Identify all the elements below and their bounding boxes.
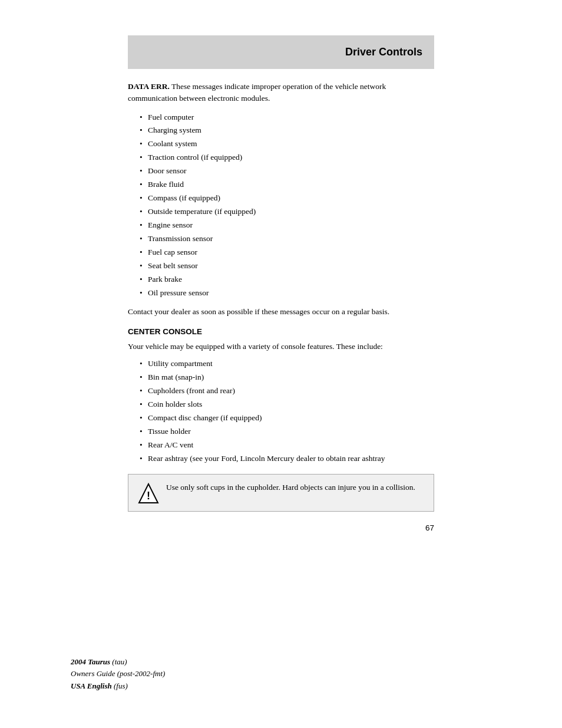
footer-language-code: (fus): [112, 681, 128, 690]
warning-box: ! Use only soft cups in the cupholder. H…: [128, 474, 434, 512]
footer-subtitle: (tau): [110, 657, 127, 666]
list-item: Transmission sensor: [140, 232, 434, 246]
list-item: Oil pressure sensor: [140, 286, 434, 300]
list-item: Coolant system: [140, 137, 434, 151]
contact-text: Contact your dealer as soon as possible …: [128, 306, 434, 318]
list-item: Fuel cap sensor: [140, 246, 434, 259]
svg-text:!: !: [147, 490, 150, 502]
page-number: 67: [128, 523, 434, 532]
list-item: Charging system: [140, 124, 434, 137]
list-item: Outside temperature (if equipped): [140, 205, 434, 219]
list-item: Compact disc changer (if equipped): [140, 411, 434, 425]
list-item: Compass (if equipped): [140, 192, 434, 205]
footer-line1: 2004 Taurus (tau): [71, 656, 165, 668]
header-box: Driver Controls: [128, 35, 434, 69]
footer-title: 2004 Taurus: [71, 657, 110, 666]
list-item: Door sensor: [140, 164, 434, 178]
data-err-label: DATA ERR.: [128, 82, 170, 91]
page-title: Driver Controls: [345, 46, 422, 58]
center-console-list: Utility compartment Bin mat (snap-in) Cu…: [140, 357, 434, 466]
data-err-list: Fuel computer Charging system Coolant sy…: [140, 111, 434, 300]
list-item: Traction control (if equipped): [140, 151, 434, 164]
list-item: Park brake: [140, 273, 434, 286]
list-item: Seat belt sensor: [140, 259, 434, 273]
page-container: Driver Controls DATA ERR. These messages…: [0, 0, 562, 728]
list-item: Bin mat (snap-in): [140, 371, 434, 384]
list-item: Rear A/C vent: [140, 439, 434, 452]
list-item: Tissue holder: [140, 425, 434, 439]
list-item: Coin holder slots: [140, 398, 434, 411]
list-item: Fuel computer: [140, 111, 434, 124]
footer-language: USA English: [71, 681, 112, 690]
content-area: Driver Controls DATA ERR. These messages…: [128, 35, 434, 532]
footer-line3: USA English (fus): [71, 680, 165, 693]
data-err-intro: DATA ERR. These messages indicate improp…: [128, 81, 434, 105]
list-item: Cupholders (front and rear): [140, 384, 434, 398]
warning-text: Use only soft cups in the cupholder. Har…: [166, 482, 415, 493]
list-item: Rear ashtray (see your Ford, Lincoln Mer…: [140, 452, 434, 466]
center-console-intro: Your vehicle may be equipped with a vari…: [128, 341, 434, 353]
center-console-heading: CENTER CONSOLE: [128, 327, 434, 336]
footer: 2004 Taurus (tau) Owners Guide (post-200…: [71, 656, 165, 693]
list-item: Brake fluid: [140, 178, 434, 192]
warning-icon: !: [138, 483, 159, 504]
list-item: Engine sensor: [140, 219, 434, 232]
footer-line2: Owners Guide (post-2002-fmt): [71, 668, 165, 680]
list-item: Utility compartment: [140, 357, 434, 371]
